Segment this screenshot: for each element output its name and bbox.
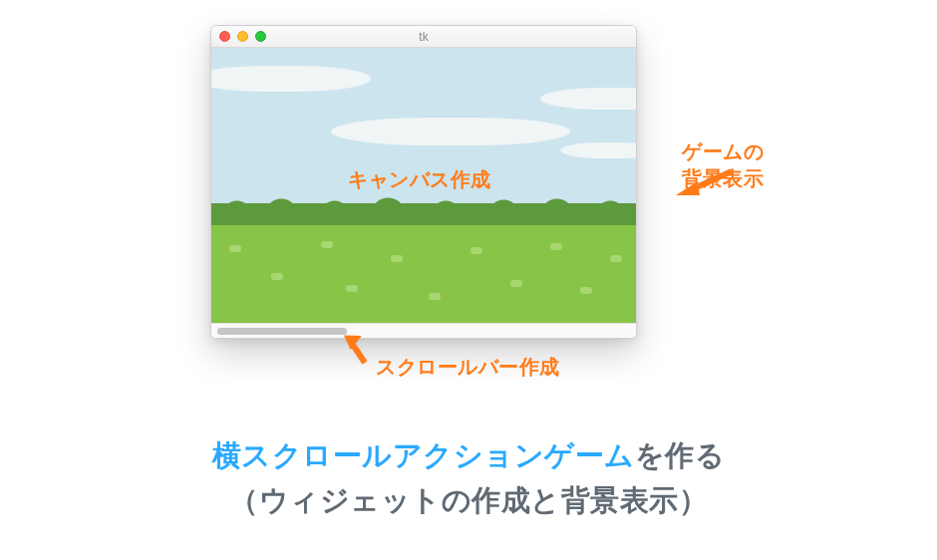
headline-rest: を作る bbox=[635, 439, 726, 471]
background-annotation-line1: ゲームの bbox=[682, 140, 764, 162]
arrow-icon bbox=[674, 167, 734, 197]
cloud bbox=[211, 66, 371, 92]
window-titlebar: tk bbox=[211, 26, 636, 48]
canvas-annotation: キャンバス作成 bbox=[348, 166, 491, 193]
scrollbar-thumb[interactable] bbox=[217, 328, 347, 335]
svg-line-2 bbox=[353, 345, 365, 363]
window-title: tk bbox=[211, 30, 636, 44]
grass bbox=[211, 225, 636, 323]
arrow-icon bbox=[339, 331, 379, 367]
horizontal-scrollbar[interactable] bbox=[211, 323, 636, 338]
svg-marker-1 bbox=[676, 181, 700, 195]
headline: 横スクロールアクションゲームを作る （ウィジェットの作成と背景表示） bbox=[0, 433, 937, 523]
headline-subtitle: （ウィジェットの作成と背景表示） bbox=[229, 484, 708, 516]
cloud bbox=[331, 118, 570, 145]
cloud bbox=[560, 142, 636, 158]
headline-highlight: 横スクロールアクションゲーム bbox=[212, 439, 635, 471]
scrollbar-annotation: スクロールバー作成 bbox=[376, 354, 560, 381]
